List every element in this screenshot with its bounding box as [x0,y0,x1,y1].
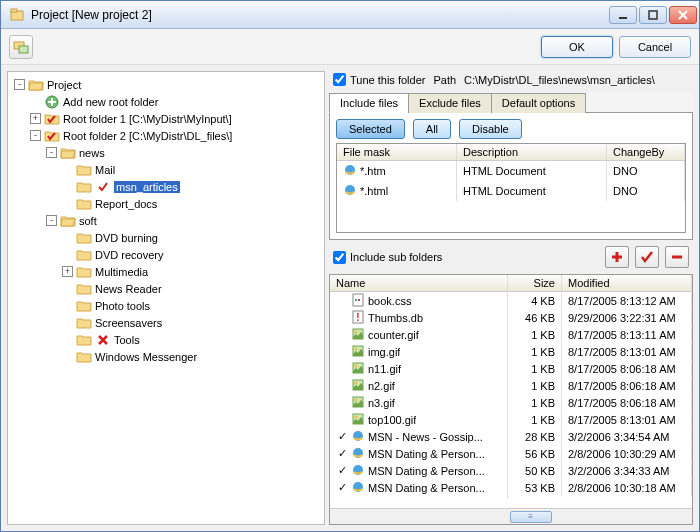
svg-point-27 [355,415,358,418]
folder-icon [76,196,92,212]
checkmark-icon: ✓ [336,464,348,477]
tree-twister [62,181,73,192]
svg-rect-3 [649,11,657,19]
gif-icon [351,412,365,428]
remove-button[interactable] [665,246,689,268]
folder-icon [76,315,92,331]
col-file-mask[interactable]: File mask [337,144,457,160]
add-icon [44,94,60,110]
tree-item[interactable]: +Multimedia [60,263,322,280]
tree-label: Project [47,79,81,91]
tree-label: DVD burning [95,232,158,244]
tab-default-options[interactable]: Default options [491,93,586,113]
tree-label: Add new root folder [63,96,158,108]
svg-rect-13 [358,299,360,301]
maximize-button[interactable] [639,6,667,24]
tree-twister [62,351,73,362]
svg-point-23 [355,381,358,384]
tree-twister[interactable]: - [14,79,25,90]
folder-icon [76,298,92,314]
tree-label: DVD recovery [95,249,163,261]
all-button[interactable]: All [413,119,451,139]
tree-item[interactable]: Report_docs [60,195,322,212]
tree-item[interactable]: Tools [60,331,322,348]
file-row[interactable]: ✓MSN Dating & Person...56 KB2/8/2006 10:… [330,445,692,462]
tree-label: Report_docs [95,198,157,210]
tree-item[interactable]: +Root folder 1 [C:\MyDistr\MyInput\] [28,110,322,127]
cancel-button[interactable]: Cancel [619,36,691,58]
minimize-button[interactable] [609,6,637,24]
folder-icon [76,349,92,365]
tree-item[interactable]: -soft [44,212,322,229]
file-row[interactable]: n11.gif1 KB8/17/2005 8:06:18 AM [330,360,692,377]
folder-icon [76,264,92,280]
tree-item[interactable]: News Reader [60,280,322,297]
tree-item[interactable]: Photo tools [60,297,322,314]
ok-button[interactable]: OK [541,36,613,58]
toolbar: OK Cancel [1,29,699,65]
file-row[interactable]: img.gif1 KB8/17/2005 8:13:01 AM [330,343,692,360]
tree-label: news [79,147,105,159]
close-button[interactable] [669,6,697,24]
tree-item[interactable]: DVD burning [60,229,322,246]
check-button[interactable] [635,246,659,268]
tree-item[interactable]: Add new root folder [28,93,322,110]
path-value: C:\MyDistr\DL_files\news\msn_articles\ [464,74,655,86]
tree-item[interactable]: Mail [60,161,322,178]
file-row[interactable]: n2.gif1 KB8/17/2005 8:06:18 AM [330,377,692,394]
tree-label: msn_articles [114,181,180,193]
folder-tree[interactable]: -ProjectAdd new root folder+Root folder … [7,71,325,525]
tune-folder-checkbox[interactable]: Tune this folder [333,73,425,86]
tree-item[interactable]: msn_articles [60,178,322,195]
app-icon [9,7,25,23]
tree-twister[interactable]: + [30,113,41,124]
col-description[interactable]: Description [457,144,607,160]
file-mask-table[interactable]: File mask Description ChangeBy *.htmHTML… [336,143,686,233]
include-subfolders-checkbox[interactable]: Include sub folders [333,251,442,264]
toolbar-button[interactable] [9,35,33,59]
col-modified[interactable]: Modified [562,275,692,291]
selected-button[interactable]: Selected [336,119,405,139]
gif-icon [351,361,365,377]
file-row[interactable]: ✓MSN Dating & Person...53 KB2/8/2006 10:… [330,479,692,496]
tree-label: soft [79,215,97,227]
tree-item[interactable]: -Root folder 2 [C:\MyDistr\DL_files\] [28,127,322,144]
col-name[interactable]: Name [330,275,508,291]
tab-include-files[interactable]: Include files [329,93,409,113]
file-row[interactable]: ✓MSN - News - Gossip...28 KB3/2/2006 3:3… [330,428,692,445]
titlebar[interactable]: Project [New project 2] [1,1,699,29]
file-row[interactable]: !Thumbs.db46 KB9/29/2006 3:22:31 AM [330,309,692,326]
file-row[interactable]: ✓MSN Dating & Person...50 KB3/2/2006 3:3… [330,462,692,479]
tree-label: News Reader [95,283,162,295]
col-size[interactable]: Size [508,275,562,291]
mask-row[interactable]: *.htmHTML DocumentDNO [337,161,685,181]
file-row[interactable]: top100.gif1 KB8/17/2005 8:13:01 AM [330,411,692,428]
gif-icon [351,378,365,394]
tree-twister[interactable]: - [46,147,57,158]
tree-item[interactable]: DVD recovery [60,246,322,263]
folder-open-icon [28,77,44,93]
folder-icon [76,281,92,297]
tree-item[interactable]: Screensavers [60,314,322,331]
col-changeby[interactable]: ChangeBy [607,144,685,160]
horizontal-scrollbar[interactable]: ≡ [330,508,692,524]
tree-item[interactable]: -news [44,144,322,161]
ie-icon [351,446,365,462]
folder-check-icon [44,128,60,144]
file-list[interactable]: Name Size Modified book.css4 KB8/17/2005… [329,274,693,525]
file-row[interactable]: counter.gif1 KB8/17/2005 8:13:11 AM [330,326,692,343]
add-button[interactable] [605,246,629,268]
disable-button[interactable]: Disable [459,119,522,139]
checkmark-icon: ✓ [336,481,348,494]
mask-row[interactable]: *.htmlHTML DocumentDNO [337,181,685,201]
tree-item[interactable]: -Project [12,76,322,93]
tree-twister[interactable]: - [46,215,57,226]
tree-twister[interactable]: - [30,130,41,141]
tree-item[interactable]: Windows Messenger [60,348,322,365]
folder-icon [76,332,92,348]
x-icon [95,332,111,348]
file-row[interactable]: book.css4 KB8/17/2005 8:13:12 AM [330,292,692,309]
tree-twister[interactable]: + [62,266,73,277]
file-row[interactable]: n3.gif1 KB8/17/2005 8:06:18 AM [330,394,692,411]
tab-exclude-files[interactable]: Exclude files [408,93,492,113]
